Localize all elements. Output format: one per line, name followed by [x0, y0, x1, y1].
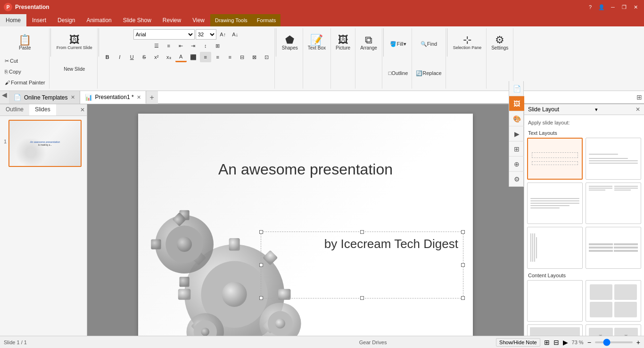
from-current-button[interactable]: 🖼 From Current Slide: [54, 29, 95, 56]
font-size-select[interactable]: 32: [196, 29, 216, 40]
handle-br[interactable]: [461, 296, 465, 300]
menu-animation[interactable]: Animation: [81, 14, 117, 26]
copy-button[interactable]: ⎘ Copy: [3, 66, 23, 77]
tab-scroll-left[interactable]: ◀: [0, 91, 9, 104]
align-right-button[interactable]: ≡: [212, 52, 223, 62]
menu-home[interactable]: Home: [0, 14, 26, 26]
text-box-container[interactable]: by Icecream Tech Digest: [261, 232, 463, 298]
superscript-button[interactable]: x²: [151, 52, 162, 62]
zoom-in-button[interactable]: +: [636, 339, 640, 346]
handle-bl[interactable]: [259, 296, 263, 300]
layout-content[interactable]: [527, 182, 583, 224]
italic-button[interactable]: I: [114, 52, 125, 62]
increase-indent-button[interactable]: ⇥: [188, 41, 199, 51]
subscript-button[interactable]: x₂: [163, 52, 174, 62]
align-col1-button[interactable]: ⊟: [237, 52, 248, 62]
show-hide-note-button[interactable]: Show/Hide Note: [496, 338, 540, 347]
settings-button[interactable]: ⚙ Settings: [488, 29, 511, 56]
align-col2-button[interactable]: ⊠: [249, 52, 260, 62]
text-box-button[interactable]: 📝 Text Box: [305, 29, 329, 56]
text-box-content[interactable]: by Icecream Tech Digest: [266, 237, 458, 293]
slide-thumb-1[interactable]: An awesome presentation is making a...: [8, 120, 82, 167]
side-icon-1[interactable]: 📄: [509, 81, 524, 96]
view-slideshow-button[interactable]: ▶: [563, 339, 568, 346]
side-icon-4[interactable]: ▶: [509, 126, 524, 141]
columns-button[interactable]: ⊞: [212, 41, 223, 51]
handle-ml[interactable]: [259, 263, 263, 267]
close-button[interactable]: ✕: [631, 3, 640, 11]
decrease-indent-button[interactable]: ⇤: [175, 41, 187, 51]
font-color-button[interactable]: A: [175, 52, 187, 62]
menu-view[interactable]: View: [187, 14, 210, 26]
bold-button[interactable]: B: [102, 52, 113, 62]
tab-add-button[interactable]: +: [146, 91, 158, 104]
side-icon-2-active[interactable]: 🖼: [509, 96, 524, 111]
tab-online-templates-close[interactable]: ✕: [71, 94, 75, 100]
layout-stripes[interactable]: [586, 227, 641, 269]
tab-presentation1[interactable]: 📊 Presentation1 * ✕: [80, 91, 146, 104]
layout-title[interactable]: [586, 138, 641, 180]
minimize-button[interactable]: ─: [608, 3, 618, 11]
menu-design[interactable]: Design: [52, 14, 81, 26]
panel-close-button[interactable]: ✕: [80, 107, 85, 113]
content-layout-blank[interactable]: [527, 280, 583, 322]
font-family-select[interactable]: Arial: [133, 29, 195, 40]
underline-button[interactable]: U: [126, 52, 138, 62]
user-button[interactable]: 👤: [597, 3, 606, 11]
tab-online-templates[interactable]: 📄 Online Templates ✕: [9, 91, 80, 104]
handle-tr[interactable]: [461, 230, 465, 234]
content-layout-dots[interactable]: [586, 280, 641, 322]
font-size-decrease-button[interactable]: A↓: [230, 29, 241, 40]
help-button[interactable]: ?: [586, 3, 595, 11]
zoom-slider[interactable]: [595, 341, 633, 343]
restore-button[interactable]: ❐: [619, 3, 629, 11]
menu-drawing-tools[interactable]: Drawing Tools: [210, 14, 252, 26]
right-panel-close-button[interactable]: ✕: [636, 106, 640, 113]
shapes-button[interactable]: ⬟ Shapes: [279, 29, 301, 56]
justify-button[interactable]: ≡: [224, 52, 236, 62]
line-spacing-button[interactable]: ↕: [200, 41, 211, 51]
slide-canvas[interactable]: An awesome presentation by Icecream Tech…: [138, 114, 473, 336]
selection-pane-button[interactable]: ⊹ Selection Pane: [450, 29, 485, 56]
picture-button[interactable]: 🖼 Picture: [333, 29, 353, 56]
list-number-button[interactable]: ≡: [163, 41, 174, 51]
fill-button[interactable]: 🪣 Fill▾: [388, 39, 408, 49]
outline-button[interactable]: □ Outline: [387, 68, 410, 78]
handle-bm[interactable]: [360, 296, 364, 300]
layout-vertical[interactable]: [527, 227, 583, 269]
align-col3-button[interactable]: ⊡: [261, 52, 272, 62]
format-painter-button[interactable]: 🖌 Format Painter: [3, 77, 47, 88]
tab-presentation1-close[interactable]: ✕: [137, 94, 141, 100]
right-panel-dropdown-icon[interactable]: ▾: [595, 107, 598, 113]
paste-button[interactable]: 📋 Paste: [16, 29, 34, 56]
arrange-button[interactable]: ⧉ Arrange: [357, 29, 380, 56]
menu-formats[interactable]: Formats: [252, 14, 281, 26]
tab-control-icon[interactable]: ⊞: [636, 93, 642, 101]
layout-blank-selected[interactable]: [527, 138, 583, 180]
handle-tm[interactable]: [360, 230, 364, 234]
new-slide-button[interactable]: New Slide: [61, 56, 88, 82]
align-left-button[interactable]: ⬛: [188, 52, 199, 62]
cut-button[interactable]: ✂ Cut: [3, 56, 20, 66]
side-icon-5[interactable]: ⊞: [509, 141, 524, 157]
view-outline-button[interactable]: ⊟: [553, 339, 559, 346]
side-icon-7[interactable]: ⚙: [509, 172, 524, 187]
menu-slideshow[interactable]: Slide Show: [117, 14, 157, 26]
view-normal-button[interactable]: ⊞: [544, 339, 550, 346]
slides-tab[interactable]: Slides: [29, 104, 56, 116]
side-icon-3[interactable]: 🎨: [509, 111, 524, 126]
find-button[interactable]: 🔍 Find: [419, 39, 439, 49]
side-icon-6[interactable]: ⊕: [509, 157, 524, 172]
slide-title[interactable]: An awesome presentation: [138, 161, 473, 178]
replace-button[interactable]: 🔄 Replace: [414, 68, 443, 78]
strikethrough-button[interactable]: S: [139, 52, 150, 62]
menu-review[interactable]: Review: [157, 14, 187, 26]
handle-mr[interactable]: [461, 263, 465, 267]
outline-tab[interactable]: Outline: [0, 104, 29, 116]
font-size-increase-button[interactable]: A↑: [217, 29, 229, 40]
zoom-out-button[interactable]: −: [587, 339, 591, 346]
handle-tl[interactable]: [259, 230, 263, 234]
menu-insert[interactable]: Insert: [26, 14, 52, 26]
layout-two-col[interactable]: [586, 182, 641, 224]
align-center-button[interactable]: ≡: [200, 52, 211, 62]
